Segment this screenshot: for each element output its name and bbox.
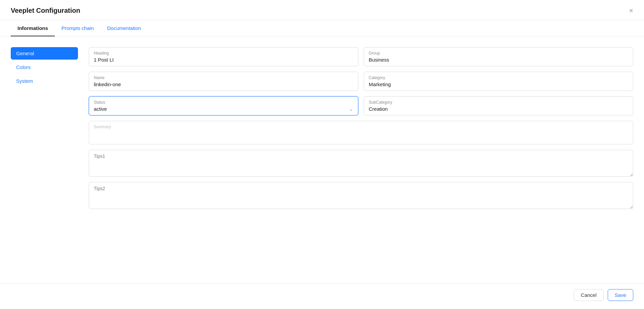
modal-header: Veeplet Configuration × [0,0,644,20]
summary-field[interactable]: Summary [89,121,633,144]
group-label: Group [369,51,628,56]
form-row-name-category: Name linkedin-one Category Marketing [89,72,633,91]
modal-footer: Cancel Save [0,283,644,309]
sidebar-item-colors[interactable]: Colors [11,61,78,73]
tips2-textarea[interactable] [89,182,633,209]
summary-placeholder: Summary [94,125,628,129]
status-field[interactable]: Status active ⌄ [89,96,358,115]
sidebar-item-general[interactable]: General [11,47,78,60]
tab-bar: Informations Prompts chain Documentation [0,20,644,36]
sidebar-item-system[interactable]: System [11,75,78,87]
close-button[interactable]: × [629,7,633,20]
heading-label: Heading [94,51,353,56]
form-row-status-subcategory: Status active ⌄ SubCategory Creation [89,96,633,115]
form-row-heading-group: Heading 1 Post LI Group Business [89,47,633,66]
form-area: Heading 1 Post LI Group Business Name li… [89,47,633,273]
save-button[interactable]: Save [608,289,633,301]
category-value: Marketing [369,81,628,87]
group-value: Business [369,57,628,63]
status-value: active [94,106,107,112]
name-field: Name linkedin-one [89,72,358,91]
modal-title: Veeplet Configuration [11,7,80,20]
heading-field: Heading 1 Post LI [89,47,358,66]
tab-prompts-chain[interactable]: Prompts chain [55,21,100,36]
category-label: Category [369,75,628,80]
subcategory-label: SubCategory [369,100,628,105]
modal-body: General Colors System Heading 1 Post LI … [0,36,644,283]
heading-value: 1 Post LI [94,57,353,63]
name-label: Name [94,75,353,80]
subcategory-value: Creation [369,106,628,112]
group-field: Group Business [364,47,633,66]
sidebar: General Colors System [11,47,78,273]
veeplet-config-modal: Veeplet Configuration × Informations Pro… [0,0,644,309]
subcategory-field: SubCategory Creation [364,96,633,115]
cancel-button[interactable]: Cancel [574,289,604,301]
tab-documentation[interactable]: Documentation [100,21,148,36]
chevron-down-icon: ⌄ [349,106,353,112]
tips1-textarea[interactable] [89,150,633,177]
category-field: Category Marketing [364,72,633,91]
name-value: linkedin-one [94,81,353,87]
status-label: Status [94,100,353,105]
tab-informations[interactable]: Informations [11,21,55,36]
status-select-wrapper: active ⌄ [94,106,353,112]
